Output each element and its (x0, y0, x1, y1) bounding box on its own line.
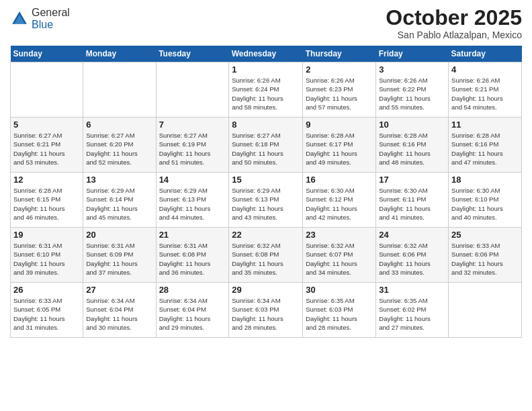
calendar-header-row: Sunday Monday Tuesday Wednesday Thursday… (11, 46, 522, 62)
day-info: Sunrise: 6:27 AM Sunset: 6:18 PM Dayligh… (232, 131, 300, 167)
day-number: 7 (159, 120, 226, 130)
day-info: Sunrise: 6:31 AM Sunset: 6:10 PM Dayligh… (13, 241, 80, 277)
day-info: Sunrise: 6:34 AM Sunset: 6:03 PM Dayligh… (232, 296, 300, 332)
day-info: Sunrise: 6:35 AM Sunset: 6:03 PM Dayligh… (306, 296, 373, 332)
day-number: 18 (451, 175, 519, 185)
table-row (11, 62, 83, 118)
table-row: 21Sunrise: 6:31 AM Sunset: 6:08 PM Dayli… (156, 228, 229, 283)
table-row: 22Sunrise: 6:32 AM Sunset: 6:08 PM Dayli… (229, 228, 303, 283)
day-number: 31 (379, 285, 445, 295)
day-info: Sunrise: 6:28 AM Sunset: 6:15 PM Dayligh… (13, 186, 80, 222)
table-row: 8Sunrise: 6:27 AM Sunset: 6:18 PM Daylig… (229, 118, 303, 173)
day-info: Sunrise: 6:32 AM Sunset: 6:07 PM Dayligh… (306, 241, 373, 277)
day-info: Sunrise: 6:27 AM Sunset: 6:21 PM Dayligh… (13, 131, 80, 167)
day-info: Sunrise: 6:27 AM Sunset: 6:19 PM Dayligh… (159, 131, 226, 167)
day-number: 12 (13, 175, 80, 185)
calendar-week-row: 19Sunrise: 6:31 AM Sunset: 6:10 PM Dayli… (11, 228, 522, 283)
table-row: 24Sunrise: 6:32 AM Sunset: 6:06 PM Dayli… (376, 228, 449, 283)
table-row: 10Sunrise: 6:28 AM Sunset: 6:16 PM Dayli… (376, 118, 449, 173)
logo-icon (10, 9, 29, 28)
calendar-week-row: 1Sunrise: 6:26 AM Sunset: 6:24 PM Daylig… (11, 62, 522, 118)
table-row: 27Sunrise: 6:34 AM Sunset: 6:04 PM Dayli… (83, 283, 156, 338)
table-row: 4Sunrise: 6:26 AM Sunset: 6:21 PM Daylig… (449, 62, 522, 118)
day-info: Sunrise: 6:28 AM Sunset: 6:16 PM Dayligh… (379, 131, 445, 167)
logo-blue: Blue (32, 19, 53, 30)
day-number: 13 (86, 175, 152, 185)
table-row: 6Sunrise: 6:27 AM Sunset: 6:20 PM Daylig… (83, 118, 156, 173)
day-info: Sunrise: 6:26 AM Sunset: 6:23 PM Dayligh… (306, 76, 373, 111)
day-number: 6 (86, 120, 152, 130)
col-saturday: Saturday (449, 46, 522, 62)
table-row: 17Sunrise: 6:30 AM Sunset: 6:11 PM Dayli… (376, 173, 449, 228)
day-number: 14 (159, 175, 226, 185)
day-info: Sunrise: 6:32 AM Sunset: 6:08 PM Dayligh… (232, 241, 300, 277)
day-info: Sunrise: 6:34 AM Sunset: 6:04 PM Dayligh… (159, 296, 226, 332)
day-info: Sunrise: 6:26 AM Sunset: 6:24 PM Dayligh… (232, 76, 300, 111)
logo-text: General Blue (32, 7, 70, 31)
table-row: 12Sunrise: 6:28 AM Sunset: 6:15 PM Dayli… (11, 173, 83, 228)
day-number: 4 (451, 64, 519, 75)
table-row: 31Sunrise: 6:35 AM Sunset: 6:02 PM Dayli… (376, 283, 449, 338)
day-info: Sunrise: 6:29 AM Sunset: 6:13 PM Dayligh… (232, 186, 300, 222)
table-row: 9Sunrise: 6:28 AM Sunset: 6:17 PM Daylig… (303, 118, 376, 173)
table-row (83, 62, 156, 118)
table-row: 20Sunrise: 6:31 AM Sunset: 6:09 PM Dayli… (83, 228, 156, 283)
day-number: 8 (232, 120, 300, 130)
day-info: Sunrise: 6:30 AM Sunset: 6:10 PM Dayligh… (451, 186, 519, 222)
day-info: Sunrise: 6:29 AM Sunset: 6:13 PM Dayligh… (159, 186, 226, 222)
calendar-week-row: 26Sunrise: 6:33 AM Sunset: 6:05 PM Dayli… (11, 283, 522, 338)
table-row (156, 62, 229, 118)
table-row: 29Sunrise: 6:34 AM Sunset: 6:03 PM Dayli… (229, 283, 303, 338)
calendar-table: Sunday Monday Tuesday Wednesday Thursday… (10, 46, 522, 338)
table-row: 5Sunrise: 6:27 AM Sunset: 6:21 PM Daylig… (11, 118, 83, 173)
table-row: 25Sunrise: 6:33 AM Sunset: 6:06 PM Dayli… (449, 228, 522, 283)
day-number: 23 (306, 230, 373, 240)
logo-general: General (32, 7, 70, 18)
day-number: 21 (159, 230, 226, 240)
table-row: 18Sunrise: 6:30 AM Sunset: 6:10 PM Dayli… (449, 173, 522, 228)
day-number: 29 (232, 285, 300, 295)
table-row: 11Sunrise: 6:28 AM Sunset: 6:16 PM Dayli… (449, 118, 522, 173)
day-info: Sunrise: 6:29 AM Sunset: 6:14 PM Dayligh… (86, 186, 152, 222)
day-info: Sunrise: 6:28 AM Sunset: 6:16 PM Dayligh… (451, 131, 519, 167)
table-row: 13Sunrise: 6:29 AM Sunset: 6:14 PM Dayli… (83, 173, 156, 228)
day-number: 10 (379, 120, 445, 130)
day-number: 1 (232, 64, 300, 75)
day-info: Sunrise: 6:28 AM Sunset: 6:17 PM Dayligh… (306, 131, 373, 167)
day-number: 22 (232, 230, 300, 240)
table-row: 15Sunrise: 6:29 AM Sunset: 6:13 PM Dayli… (229, 173, 303, 228)
day-info: Sunrise: 6:26 AM Sunset: 6:22 PM Dayligh… (379, 76, 445, 111)
table-row (449, 283, 522, 338)
col-wednesday: Wednesday (229, 46, 303, 62)
day-number: 20 (86, 230, 152, 240)
col-thursday: Thursday (303, 46, 376, 62)
table-row: 7Sunrise: 6:27 AM Sunset: 6:19 PM Daylig… (156, 118, 229, 173)
day-number: 16 (306, 175, 373, 185)
day-info: Sunrise: 6:35 AM Sunset: 6:02 PM Dayligh… (379, 296, 445, 332)
day-number: 3 (379, 64, 445, 75)
col-tuesday: Tuesday (156, 46, 229, 62)
table-row: 3Sunrise: 6:26 AM Sunset: 6:22 PM Daylig… (376, 62, 449, 118)
day-info: Sunrise: 6:33 AM Sunset: 6:06 PM Dayligh… (451, 241, 519, 277)
day-number: 27 (86, 285, 152, 295)
day-number: 11 (451, 120, 519, 130)
table-row: 30Sunrise: 6:35 AM Sunset: 6:03 PM Dayli… (303, 283, 376, 338)
calendar-week-row: 5Sunrise: 6:27 AM Sunset: 6:21 PM Daylig… (11, 118, 522, 173)
location-title: San Pablo Atlazalpan, Mexico (386, 30, 522, 40)
month-title: October 2025 (386, 7, 522, 28)
day-number: 28 (159, 285, 226, 295)
day-info: Sunrise: 6:32 AM Sunset: 6:06 PM Dayligh… (379, 241, 445, 277)
table-row: 14Sunrise: 6:29 AM Sunset: 6:13 PM Dayli… (156, 173, 229, 228)
day-number: 15 (232, 175, 300, 185)
day-info: Sunrise: 6:26 AM Sunset: 6:21 PM Dayligh… (451, 76, 519, 111)
day-number: 19 (13, 230, 80, 240)
title-area: October 2025 San Pablo Atlazalpan, Mexic… (386, 7, 522, 40)
day-number: 5 (13, 120, 80, 130)
day-info: Sunrise: 6:30 AM Sunset: 6:11 PM Dayligh… (379, 186, 445, 222)
table-row: 2Sunrise: 6:26 AM Sunset: 6:23 PM Daylig… (303, 62, 376, 118)
col-sunday: Sunday (11, 46, 83, 62)
day-number: 26 (13, 285, 80, 295)
calendar-week-row: 12Sunrise: 6:28 AM Sunset: 6:15 PM Dayli… (11, 173, 522, 228)
day-number: 24 (379, 230, 445, 240)
col-friday: Friday (376, 46, 449, 62)
